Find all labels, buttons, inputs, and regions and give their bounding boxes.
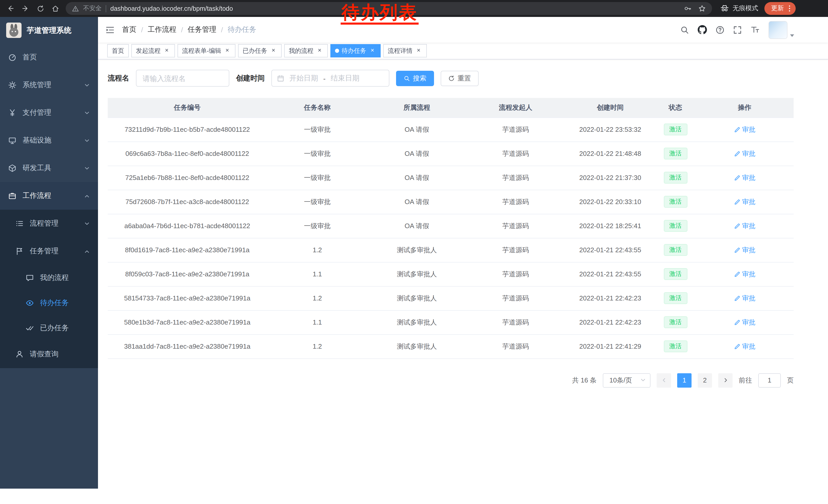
sidebar-item-leave-query[interactable]: 请假查询 bbox=[0, 340, 98, 368]
sidebar-item-system-management[interactable]: 系统管理 bbox=[0, 71, 98, 99]
sidebar-item-label: 已办任务 bbox=[40, 323, 69, 332]
sidebar-item-dev-tools[interactable]: 研发工具 bbox=[0, 154, 98, 182]
user-avatar[interactable] bbox=[769, 21, 787, 39]
tab-close-icon[interactable]: × bbox=[224, 47, 231, 54]
sidebar-item-todo-tasks[interactable]: 待办任务 bbox=[0, 290, 98, 315]
page-2-button[interactable]: 2 bbox=[698, 373, 712, 387]
cell-initiator: 芋道源码 bbox=[466, 141, 565, 166]
approve-button[interactable]: 审批 bbox=[734, 149, 755, 158]
user-icon bbox=[15, 350, 24, 358]
tab-my-processes[interactable]: 我的流程 × bbox=[284, 44, 328, 57]
browser-update-button[interactable]: 更新 bbox=[764, 2, 796, 15]
page-size-select[interactable]: 10条/页 bbox=[603, 373, 651, 387]
browser-reload-icon[interactable] bbox=[34, 2, 47, 15]
tab-label: 发起流程 bbox=[136, 46, 161, 55]
breadcrumb-task-management[interactable]: 任务管理 bbox=[188, 25, 216, 34]
cell-initiator: 芋道源码 bbox=[466, 238, 565, 262]
next-page-button[interactable] bbox=[718, 373, 733, 387]
sidebar-item-payment-management[interactable]: 支付管理 bbox=[0, 99, 98, 127]
browser-back-icon[interactable] bbox=[4, 2, 17, 15]
search-icon[interactable] bbox=[680, 26, 689, 34]
sidebar-item-done-tasks[interactable]: 已办任务 bbox=[0, 315, 98, 340]
sidebar-item-home[interactable]: 首页 bbox=[0, 44, 98, 71]
bookmark-star-icon[interactable] bbox=[698, 5, 706, 12]
tab-form-edit[interactable]: 流程表单-编辑 × bbox=[177, 44, 236, 57]
sidebar-item-infrastructure[interactable]: 基础设施 bbox=[0, 127, 98, 154]
incognito-label: 无痕模式 bbox=[733, 4, 758, 13]
tab-home[interactable]: 首页 bbox=[107, 44, 129, 57]
cell-task-name: 一级审批 bbox=[267, 190, 368, 214]
reset-button[interactable]: 重置 bbox=[441, 71, 479, 86]
approve-button[interactable]: 审批 bbox=[734, 293, 755, 303]
search-button[interactable]: 搜索 bbox=[396, 71, 434, 86]
goto-page-input[interactable] bbox=[758, 373, 781, 387]
breadcrumb-workflow[interactable]: 工作流程 bbox=[148, 25, 176, 34]
approve-button[interactable]: 审批 bbox=[734, 318, 755, 327]
help-icon[interactable] bbox=[716, 26, 724, 34]
tab-close-icon[interactable]: × bbox=[316, 47, 323, 54]
tab-start-process[interactable]: 发起流程 × bbox=[131, 44, 175, 57]
tab-close-icon[interactable]: × bbox=[163, 47, 170, 54]
cell-task-id: 58154733-7ac8-11ec-a9e2-a2380e71991a bbox=[108, 286, 267, 310]
cell-process: OA 请假 bbox=[368, 141, 466, 166]
approve-button[interactable]: 审批 bbox=[734, 245, 755, 255]
task-row: 069c6a63-7b8a-11ec-8ef0-acde48001122 一级审… bbox=[108, 141, 794, 166]
cell-task-id: 8f059c03-7ac8-11ec-a9e2-a2380e71991a bbox=[108, 262, 267, 286]
tab-close-icon[interactable]: × bbox=[270, 47, 277, 54]
cell-initiator: 芋道源码 bbox=[466, 334, 565, 358]
sidebar-item-process-management[interactable]: 流程管理 bbox=[0, 210, 98, 237]
approve-button[interactable]: 审批 bbox=[734, 269, 755, 279]
sidebar-toggle-button[interactable] bbox=[105, 25, 115, 35]
sidebar-item-workflow[interactable]: 工作流程 bbox=[0, 182, 98, 210]
status-badge: 激活 bbox=[664, 196, 687, 208]
approve-button[interactable]: 审批 bbox=[734, 221, 755, 230]
tab-label: 已办任务 bbox=[243, 46, 267, 55]
browser-home-icon[interactable] bbox=[49, 2, 61, 15]
main-content: 首页 / 工作流程 / 任务管理 / 待办任务 bbox=[98, 17, 828, 504]
password-key-icon[interactable] bbox=[684, 5, 692, 12]
create-time-label: 创建时间 bbox=[236, 74, 265, 83]
status-badge: 激活 bbox=[664, 341, 687, 352]
sidebar-item-my-processes[interactable]: 我的流程 bbox=[0, 265, 98, 290]
app-logo[interactable]: 芋道管理系统 bbox=[0, 17, 98, 44]
user-menu[interactable] bbox=[769, 21, 794, 39]
cell-task-id: 580e1b3d-7ac8-11ec-a9e2-a2380e71991a bbox=[108, 310, 267, 334]
sidebar-item-label: 任务管理 bbox=[30, 246, 58, 256]
tab-done-tasks[interactable]: 已办任务 × bbox=[238, 44, 282, 57]
approve-button[interactable]: 审批 bbox=[734, 125, 755, 134]
cell-process: OA 请假 bbox=[368, 166, 466, 190]
app-title: 芋道管理系统 bbox=[27, 26, 71, 35]
tab-process-detail[interactable]: 流程详情 × bbox=[383, 44, 427, 57]
sidebar-item-task-management[interactable]: 任务管理 bbox=[0, 237, 98, 265]
page-1-button[interactable]: 1 bbox=[677, 373, 692, 387]
approve-button[interactable]: 审批 bbox=[734, 342, 755, 351]
approve-button[interactable]: 审批 bbox=[734, 197, 755, 207]
edit-icon bbox=[734, 319, 740, 325]
cell-task-id: 75d72608-7b7f-11ec-a3c8-acde48001122 bbox=[108, 190, 267, 214]
incognito-icon bbox=[720, 4, 729, 13]
font-size-icon[interactable] bbox=[750, 25, 760, 34]
browser-forward-icon[interactable] bbox=[19, 2, 32, 15]
tab-todo-tasks[interactable]: 待办任务 × bbox=[330, 44, 381, 57]
breadcrumb-current: 待办任务 bbox=[227, 25, 256, 34]
chevron-down-icon bbox=[84, 110, 90, 116]
tab-close-icon[interactable]: × bbox=[415, 47, 422, 54]
fullscreen-icon[interactable] bbox=[733, 26, 742, 34]
process-name-input[interactable] bbox=[136, 70, 229, 87]
github-icon[interactable] bbox=[698, 25, 707, 34]
date-range-picker[interactable]: 开始日期 - 结束日期 bbox=[272, 70, 389, 87]
browser-menu-icon[interactable] bbox=[788, 5, 791, 12]
active-tab-dot bbox=[335, 49, 339, 53]
approve-button[interactable]: 审批 bbox=[734, 173, 755, 182]
breadcrumb-home[interactable]: 首页 bbox=[122, 25, 136, 34]
approve-label: 审批 bbox=[742, 318, 755, 327]
edit-icon bbox=[734, 247, 740, 253]
prev-page-button[interactable] bbox=[657, 373, 671, 387]
chevron-down-icon bbox=[84, 138, 90, 143]
col-task-id: 任务编号 bbox=[108, 98, 267, 118]
cell-initiator: 芋道源码 bbox=[466, 310, 565, 334]
tab-close-icon[interactable]: × bbox=[369, 47, 376, 54]
cell-process: OA 请假 bbox=[368, 190, 466, 214]
search-button-label: 搜索 bbox=[413, 74, 426, 83]
sidebar-item-label: 我的流程 bbox=[40, 273, 69, 282]
